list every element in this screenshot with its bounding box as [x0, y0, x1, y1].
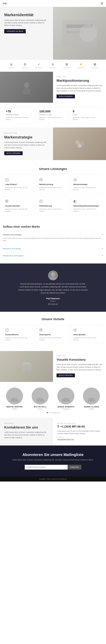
accordion-title: Aufbau einer starken Marke	[3, 225, 103, 228]
advantage-card-2: ◎ Hohe Qualität Sample text. Click to se…	[71, 324, 103, 344]
icon-label-0: CONTACT	[8, 67, 15, 68]
hero-illustration	[53, 7, 106, 60]
service-desc-4: Sample text. Click to select the Test El…	[39, 208, 67, 212]
contact-section: KONTAKTE Kontaktieren Sie uns Lorem ipsu…	[0, 418, 106, 446]
team-dot-1[interactable]	[49, 412, 50, 413]
accordion-item-2[interactable]: Maintenance and support +	[3, 252, 103, 259]
service-desc-1: Sample text. Click to select the Test El…	[39, 186, 67, 191]
stat-number-0: +7k	[6, 110, 33, 113]
icon-item-4[interactable]: ⊞ CONTACT	[63, 62, 70, 69]
accordion-toggle-1[interactable]: +	[102, 247, 103, 250]
service-icon-2: ◎	[73, 177, 101, 182]
icon-contact-3: ⊙	[49, 62, 57, 66]
svg-point-16	[38, 392, 43, 397]
hero-desc: Lorem ipsum dolor sit amet, consectetur …	[4, 19, 49, 26]
strategy-image	[53, 128, 106, 160]
service-desc-5: Sample text. Click to select the Test El…	[73, 208, 101, 212]
accordion-label-2: Maintenance and support	[3, 254, 24, 257]
icon-item-6[interactable]: ⊠ CONTACT	[91, 62, 98, 69]
newsletter-form: ANMELDEN	[25, 465, 81, 470]
icon-item-3[interactable]: ⊙ CONTACT	[49, 62, 57, 69]
contact-right-block: RUFEN SIE UNS AN T: +1 (324) 987-56-54 L…	[53, 418, 106, 446]
newsletter-section: Abonnieren Sie unsere Mailingliste Lorem…	[0, 446, 106, 476]
icon-item-0[interactable]: ◎ CONTACT	[8, 62, 15, 69]
team-dot-0[interactable]	[47, 412, 48, 413]
contact-address: Lorem ipsum dolor sit amet, ce Rechtsanw…	[57, 430, 102, 435]
visual-section: ÜBER UNS Visuelle Konsistenz Lorem ipsum…	[0, 351, 106, 382]
icon-contact-1: ⊟	[22, 62, 29, 66]
svg-point-5	[23, 88, 31, 94]
service-name-3: Visuelle Identität	[5, 205, 33, 207]
contact-email: beispiel@beispiel.com	[57, 438, 102, 440]
accordion-toggle-2[interactable]: +	[102, 254, 103, 257]
svg-point-19	[62, 398, 70, 402]
svg-point-8	[78, 144, 82, 148]
icon-item-5[interactable]: ⚡ COMPANY	[77, 62, 84, 69]
team-photo-3	[83, 388, 100, 404]
svg-point-17	[36, 398, 44, 402]
svg-point-6	[75, 140, 80, 144]
icon-item-1[interactable]: ⊟ CONTACT	[22, 62, 29, 69]
advantage-icon-0: ◫	[5, 328, 33, 332]
service-name-0: Logo Entwurf	[5, 183, 33, 186]
advantage-card-1: ⊟ Zeitersparnis Sample text. Click to se…	[37, 324, 69, 344]
about-btn[interactable]: DETAILS ERFAHREN	[57, 94, 75, 98]
stat-card-1: 100,000 Zufriedene kunden Sample text. C…	[37, 107, 69, 123]
advantage-icon-1: ⊟	[39, 328, 67, 332]
newsletter-input[interactable]	[25, 465, 68, 470]
accordion-content-0: Lorem ipsum dolor sit amet, consectetur …	[3, 236, 103, 243]
accordion-item-0[interactable]: Research and strategy + Lorem ipsum dolo…	[3, 231, 103, 245]
about-section: ÜBER UNS Marktpositionierung Lorem ipsum…	[0, 72, 106, 103]
stat-number-1: 100,000	[39, 110, 67, 113]
service-icon-4: ⊡	[39, 199, 67, 204]
svg-point-15	[11, 398, 19, 402]
svg-point-9	[51, 272, 55, 276]
strategy-text-block: WAS WIR TUN Markenstrategie Lorem ipsum …	[0, 128, 53, 160]
hero-cta-button[interactable]: ERFAHREN SIE MEHR	[4, 29, 26, 33]
team-name-1: MATTIE BALL	[28, 406, 52, 408]
testimonial-role: Direktor	[4, 300, 102, 302]
service-icon-5: ◐	[73, 199, 101, 204]
team-dot-2[interactable]	[52, 412, 53, 413]
advantage-card-0: ◫ Kosteneffizienz Sample text. Click to …	[3, 324, 35, 344]
visual-overline: ÜBER UNS	[57, 355, 102, 357]
services-section: Unsere Leistungen ◫ Logo Entwurf Sample …	[0, 162, 106, 221]
newsletter-title: Abonnieren Sie unsere Mailingliste	[4, 452, 102, 457]
accordion-toggle-0[interactable]: +	[102, 233, 103, 236]
footer: Copyright © Click to select the Text Ele…	[0, 476, 106, 482]
team-person-icon-2	[60, 390, 72, 402]
svg-point-18	[63, 392, 68, 397]
service-icon-0: ◫	[5, 177, 33, 182]
accordion-section: Aufbau einer starken Marke Research and …	[0, 221, 106, 264]
nav-menu-icon[interactable]: ☰	[101, 2, 103, 5]
testimonial-link[interactable]: Mehr über uns	[4, 303, 102, 305]
visual-btn[interactable]: DETAILS ERFAHREN	[57, 374, 75, 377]
visual-title: Visuelle Konsistenz	[57, 358, 102, 362]
icon-item-2[interactable]: ✓ CONTACT	[35, 62, 42, 69]
about-title: Marktpositionierung	[57, 79, 102, 82]
svg-point-20	[89, 392, 94, 397]
newsletter-submit-button[interactable]: ANMELDEN	[68, 465, 81, 470]
service-card-2: ◎ Markenstrategie Sample text. Click to …	[71, 174, 103, 194]
strategy-btn[interactable]: DETAILS ERFAHREN	[4, 151, 23, 155]
accordion-label-1: Wireframe and design	[3, 248, 21, 250]
stat-label-1: Zufriedene kunden	[39, 114, 67, 116]
icon-label-1: CONTACT	[22, 67, 29, 68]
stat-label-2: Länder	[73, 114, 100, 116]
visual-text-block: ÜBER UNS Visuelle Konsistenz Lorem ipsum…	[53, 351, 106, 382]
svg-point-10	[50, 276, 56, 280]
about-illustration	[20, 80, 34, 94]
hero-section: Markenidentität Lorem ipsum dolor sit am…	[0, 7, 106, 60]
service-name-4: Onlineführung	[39, 205, 67, 207]
service-desc-3: Sample text. Click to select the Test El…	[5, 208, 33, 212]
contact-overline: KONTAKTE	[4, 423, 49, 424]
strategy-section: WAS WIR TUN Markenstrategie Lorem ipsum …	[0, 128, 106, 160]
hero-image	[53, 7, 106, 60]
team-card-1: MATTIE BALL Berater	[28, 388, 52, 410]
about-text-block: ÜBER UNS Marktpositionierung Lorem ipsum…	[53, 72, 106, 103]
accordion-item-1[interactable]: Wireframe and design +	[3, 245, 103, 252]
advantage-desc-0: Sample text. Click to select the Test El…	[5, 337, 33, 341]
stat-desc-1: Sample text. Click to select the Test El…	[39, 116, 67, 120]
contact-phone: T: +1 (324) 987-56-54	[57, 425, 102, 428]
stats-section: +7k Weltweite Projekte Sample text. Clic…	[2, 104, 104, 126]
